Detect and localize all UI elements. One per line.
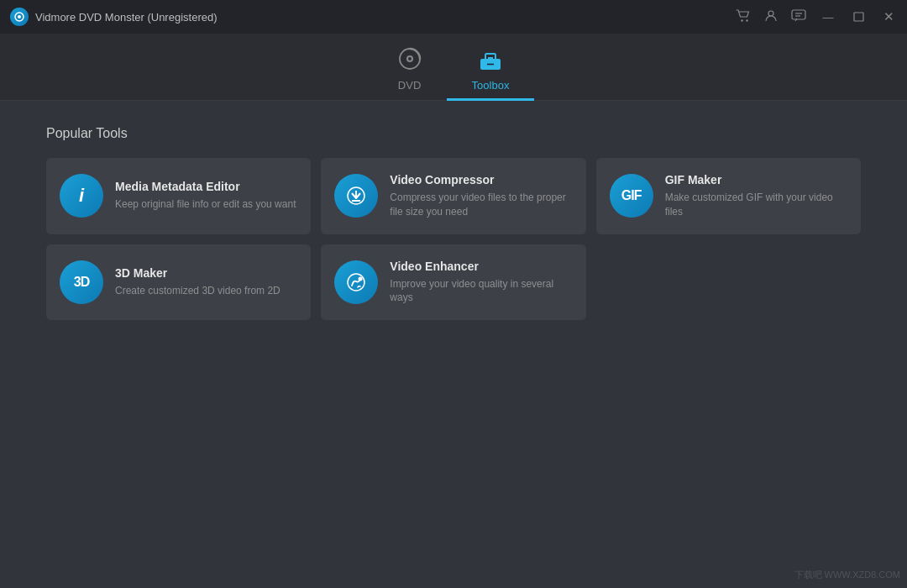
tab-dvd-label: DVD — [398, 79, 421, 92]
svg-rect-8 — [854, 13, 863, 21]
gif-maker-desc: Make customized GIF with your video file… — [665, 191, 847, 219]
video-enhancer-desc: Improve your video quality in several wa… — [390, 277, 572, 306]
cart-icon[interactable] — [736, 9, 751, 25]
tools-grid-row2: 3D 3D Maker Create customized 3D video f… — [46, 244, 861, 321]
svg-point-3 — [746, 19, 747, 21]
video-enhancer-title: Video Enhancer — [390, 260, 572, 273]
3d-maker-title: 3D Maker — [115, 266, 297, 280]
tool-card-video-compressor[interactable]: Video Compressor Compress your video fil… — [321, 158, 585, 234]
minimize-button[interactable]: — — [820, 8, 836, 25]
video-compressor-icon — [334, 174, 378, 218]
user-icon[interactable] — [764, 9, 778, 25]
window-controls: — ✕ — [736, 8, 897, 25]
media-metadata-icon: i — [60, 174, 103, 218]
dvd-icon — [398, 47, 422, 76]
tools-grid-row1: i Media Metadata Editor Keep original fi… — [46, 158, 861, 234]
svg-point-11 — [408, 57, 412, 60]
close-button[interactable]: ✕ — [880, 8, 897, 25]
3d-maker-desc: Create customized 3D video from 2D — [115, 284, 297, 298]
3d-maker-icon: 3D — [60, 260, 103, 304]
maximize-button[interactable] — [850, 8, 867, 25]
tool-card-video-enhancer[interactable]: Video Enhancer Improve your video qualit… — [321, 244, 585, 321]
tool-card-3d-maker[interactable]: 3D 3D Maker Create customized 3D video f… — [46, 244, 311, 321]
section-title: Popular Tools — [46, 126, 861, 141]
app-icon — [10, 8, 29, 26]
svg-point-1 — [18, 15, 21, 18]
svg-rect-5 — [792, 10, 805, 19]
media-metadata-title: Media Metadata Editor — [115, 180, 297, 193]
tab-toolbox-label: Toolbox — [472, 79, 510, 92]
video-enhancer-icon — [334, 260, 378, 304]
toolbox-icon — [479, 50, 502, 76]
main-content: Popular Tools i Media Metadata Editor Ke… — [0, 101, 907, 588]
tool-card-gif-maker[interactable]: GIF GIF Maker Make customized GIF with y… — [596, 158, 861, 234]
app-title: Vidmore DVD Monster (Unregistered) — [35, 11, 218, 24]
tab-toolbox[interactable]: Toolbox — [447, 44, 535, 101]
title-bar-left: Vidmore DVD Monster (Unregistered) — [10, 8, 218, 26]
gif-maker-icon: GIF — [610, 174, 653, 218]
chat-icon[interactable] — [791, 9, 806, 25]
svg-point-4 — [768, 11, 773, 16]
tab-dvd[interactable]: DVD — [373, 40, 447, 101]
svg-point-20 — [359, 276, 363, 281]
gif-maker-title: GIF Maker — [665, 173, 847, 186]
tool-card-media-metadata-editor[interactable]: i Media Metadata Editor Keep original fi… — [46, 158, 311, 234]
video-compressor-title: Video Compressor — [390, 173, 572, 186]
svg-point-2 — [741, 19, 742, 21]
title-bar: Vidmore DVD Monster (Unregistered) — [0, 0, 907, 34]
media-metadata-desc: Keep original file info or edit as you w… — [115, 197, 297, 212]
video-compressor-desc: Compress your video files to the proper … — [390, 191, 572, 219]
svg-rect-14 — [488, 57, 493, 62]
watermark: 下载吧 WWW.XZD8.COM — [794, 569, 901, 581]
nav-bar: DVD Toolbox — [0, 34, 907, 101]
